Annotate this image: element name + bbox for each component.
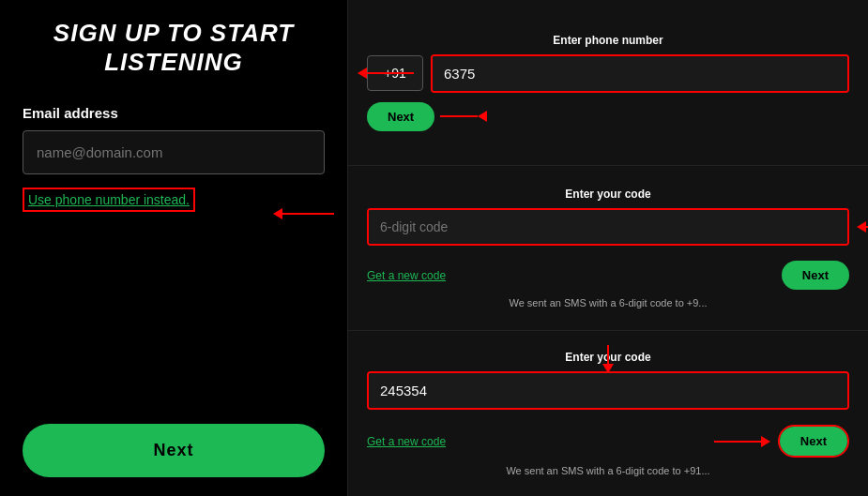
next-button-code-empty[interactable]: Next — [782, 261, 849, 290]
arrowhead-icon — [358, 68, 367, 79]
arrowhead-icon — [478, 111, 487, 122]
arrow-to-filled-code — [602, 345, 614, 373]
next-button-phone[interactable]: Next — [367, 102, 434, 131]
code-input-wrapper-empty — [367, 208, 849, 246]
code-section-label-2: Enter your code — [367, 188, 849, 201]
section3-footer: Get a new code Next — [367, 425, 849, 458]
arrowhead-icon — [602, 364, 614, 373]
next-button-code-filled[interactable]: Next — [780, 427, 847, 456]
get-new-code-link-3[interactable]: Get a new code — [367, 435, 446, 448]
left-panel: Sign up to start listening Email address… — [0, 0, 347, 496]
arrow-line — [607, 345, 609, 364]
code-input-filled[interactable] — [369, 373, 847, 408]
arrowhead-icon — [857, 221, 866, 233]
arrowhead-icon — [273, 208, 282, 219]
phone-section-label: Enter phone number — [367, 34, 849, 47]
section2-footer: Get a new code Next — [367, 261, 849, 290]
arrow-to-next3 — [714, 436, 770, 447]
next-btn-wrapper-3: Next — [714, 425, 849, 458]
code-input-wrapper-filled — [367, 371, 849, 410]
code-section-empty: Enter your code Get a new code Next We s… — [348, 166, 868, 332]
arrow-into-phone — [358, 68, 414, 79]
right-panel: Enter phone number +91 Next — [347, 0, 868, 496]
next-button-large[interactable]: Next — [23, 424, 325, 477]
arrow-to-next1 — [440, 111, 487, 122]
arrow-phone-link — [273, 208, 334, 219]
email-input[interactable] — [23, 130, 325, 174]
sms-notice-2: We sent an SMS with a 6-digit code to +9… — [367, 297, 849, 308]
phone-row: +91 — [367, 54, 849, 93]
phone-number-section: Enter phone number +91 Next — [348, 0, 868, 166]
arrow-line — [714, 441, 761, 443]
get-new-code-link-2[interactable]: Get a new code — [367, 269, 446, 282]
phone-link-wrapper: Use phone number instead. — [23, 188, 195, 212]
arrow-to-code-empty — [857, 221, 868, 233]
phone-input[interactable] — [433, 56, 847, 91]
sms-notice-3: We sent an SMS with a 6-digit code to +9… — [367, 465, 849, 476]
page-title: Sign up to start listening — [23, 19, 325, 77]
arrowhead-icon — [761, 436, 770, 447]
code-input-empty[interactable] — [369, 210, 847, 244]
code-section-filled: Enter your code Get a new code Next — [348, 331, 868, 496]
arrow-line — [282, 213, 334, 215]
next-button-box-3: Next — [778, 425, 849, 458]
arrow-line — [440, 115, 478, 117]
phone-number-link[interactable]: Use phone number instead. — [28, 192, 190, 207]
phone-input-wrapper — [431, 54, 849, 93]
email-label: Email address — [23, 105, 325, 121]
arrow-line — [367, 72, 414, 74]
